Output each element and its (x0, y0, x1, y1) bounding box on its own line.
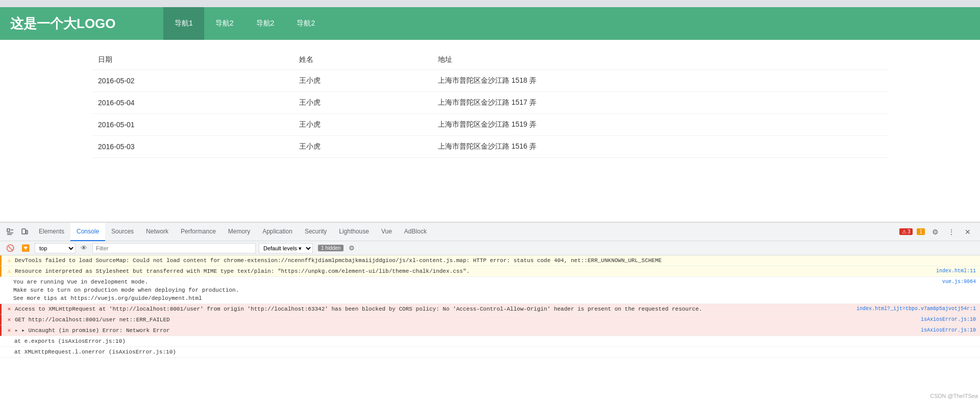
info-icon (4, 278, 11, 286)
console-message: ⚠Resource interpreted as Stylesheet but … (0, 266, 980, 277)
message-text: DevTools failed to load SourceMap: Could… (15, 256, 976, 265)
cell-name: 王小虎 (293, 92, 432, 114)
nav-item-3[interactable]: 导航2 (245, 7, 286, 40)
console-message: You are running Vue in development mode.… (0, 277, 980, 304)
message-text: Resource interpreted as Stylesheet but t… (15, 267, 932, 275)
table-row: 2016-05-03王小虎上海市普陀区金沙江路 1516 弄 (92, 136, 888, 158)
svg-rect-4 (22, 229, 26, 234)
nav-item-2[interactable]: 导航2 (204, 7, 245, 40)
col-address: 地址 (432, 50, 888, 70)
table-area: 日期 姓名 地址 2016-05-02王小虎上海市普陀区金沙江路 1518 弄2… (0, 40, 980, 168)
nav-item-1[interactable]: 导航1 (163, 7, 204, 40)
webpage: 这是一个大LOGO 导航1 导航2 导航2 导航2 日期 姓名 地址 2016-… (0, 7, 980, 222)
col-name: 姓名 (293, 50, 432, 70)
console-message: ✕GET http://localhost:8001/user net::ERR… (0, 315, 980, 325)
nav-bar: 这是一个大LOGO 导航1 导航2 导航2 导航2 (0, 7, 980, 40)
devtools-tab-elements[interactable]: Elements (33, 223, 70, 241)
context-selector[interactable]: top (35, 243, 76, 253)
log-levels-selector[interactable]: Default levels ▾ (259, 243, 313, 253)
message-file[interactable]: isAxiosError.js:10 (917, 326, 976, 335)
hidden-badge: 1 hidden (318, 245, 344, 251)
cell-date: 2016-05-02 (92, 70, 293, 92)
table-row: 2016-05-01王小虎上海市普陀区金沙江路 1519 弄 (92, 114, 888, 136)
device-toolbar-icon[interactable] (18, 226, 31, 238)
svg-rect-5 (26, 230, 28, 234)
message-text: ▸ Uncaught (in promise) Error: Network E… (15, 326, 917, 335)
devtools-tab-console[interactable]: Console (70, 223, 105, 241)
nav-logo: 这是一个大LOGO (10, 15, 143, 33)
console-toolbar: 🚫 🔽 top 👁 Default levels ▾ 1 hidden ⚙ (0, 241, 980, 255)
message-text: You are running Vue in development mode.… (13, 278, 938, 302)
inspect-element-icon[interactable] (4, 226, 16, 238)
cell-name: 王小虎 (293, 70, 432, 92)
eye-icon[interactable]: 👁 (79, 243, 89, 253)
cell-name: 王小虎 (293, 136, 432, 158)
table-header-row: 日期 姓名 地址 (92, 50, 888, 70)
table-row: 2016-05-04王小虎上海市普陀区金沙江路 1517 弄 (92, 92, 888, 114)
data-table: 日期 姓名 地址 2016-05-02王小虎上海市普陀区金沙江路 1518 弄2… (92, 50, 888, 158)
cell-date: 2016-05-01 (92, 114, 293, 136)
devtools-tab-performance[interactable]: Performance (175, 223, 222, 241)
settings-icon[interactable]: ⚙ (929, 226, 941, 238)
devtools-tab-lighthouse[interactable]: Lighthouse (333, 223, 375, 241)
cell-address: 上海市普陀区金沙江路 1519 弄 (432, 114, 888, 136)
more-options-icon[interactable]: ⋮ (945, 226, 958, 238)
message-file[interactable]: isAxiosError.js:10 (917, 316, 976, 324)
clear-console-icon[interactable]: 🚫 (4, 243, 16, 253)
message-text: GET http://localhost:8001/user net::ERR_… (15, 316, 917, 324)
warn-count-badge: 1 (917, 228, 925, 235)
console-message-sub: at XMLHttpRequest.l.onerror (isAxiosErro… (0, 347, 980, 358)
message-file[interactable]: vue.js:9064 (938, 278, 976, 286)
devtools-right-area: ⚠ 3 1 ⚙ ⋮ ✕ (899, 226, 978, 238)
message-file[interactable]: index.html?_ijt=tbpo.v7am8p5ajvotj54r:1 (852, 305, 976, 313)
nav-items: 导航1 导航2 导航2 导航2 (163, 7, 326, 40)
close-devtools-icon[interactable]: ✕ (962, 226, 974, 238)
devtools-tab-network[interactable]: Network (140, 223, 175, 241)
devtools-tab-vue[interactable]: Vue (375, 223, 398, 241)
devtools-tab-adblock[interactable]: AdBlock (398, 223, 433, 241)
devtools-panel: ElementsConsoleSourcesNetworkPerformance… (0, 222, 980, 400)
devtools-tab-memory[interactable]: Memory (222, 223, 256, 241)
devtools-tab-security[interactable]: Security (299, 223, 333, 241)
cell-name: 王小虎 (293, 114, 432, 136)
svg-rect-0 (7, 229, 10, 231)
warn-icon: ⚠ (6, 257, 13, 264)
console-messages: ⚠DevTools failed to load SourceMap: Coul… (0, 255, 980, 400)
filter-input[interactable] (92, 243, 256, 253)
browser-top-bar (0, 0, 980, 7)
settings-icon-small[interactable]: ⚙ (347, 243, 357, 253)
console-message: ✕▸ Uncaught (in promise) Error: Network … (0, 325, 980, 336)
error-icon: ✕ (6, 327, 13, 334)
cell-address: 上海市普陀区金沙江路 1516 弄 (432, 136, 888, 158)
console-message: ✕Access to XMLHttpRequest at 'http://loc… (0, 304, 980, 315)
cell-address: 上海市普陀区金沙江路 1517 弄 (432, 92, 888, 114)
filter-toggle-icon[interactable]: 🔽 (19, 243, 32, 253)
devtools-tab-list: ElementsConsoleSourcesNetworkPerformance… (33, 223, 433, 241)
devtools-left-icons (2, 226, 33, 238)
cell-date: 2016-05-03 (92, 136, 293, 158)
error-icon: ✕ (6, 316, 13, 323)
error-count-badge: ⚠ 3 (899, 228, 913, 235)
console-message: ⚠DevTools failed to load SourceMap: Coul… (0, 255, 980, 266)
nav-item-4[interactable]: 导航2 (285, 7, 326, 40)
watermark: CSDN @TheITSea (930, 393, 978, 399)
warn-icon: ⚠ (6, 268, 13, 275)
message-text: Access to XMLHttpRequest at 'http://loca… (15, 305, 852, 313)
sub-message-text: at XMLHttpRequest.l.onerror (isAxiosErro… (4, 348, 976, 356)
cell-address: 上海市普陀区金沙江路 1518 弄 (432, 70, 888, 92)
console-message-sub: at e.exports (isAxiosError.js:10) (0, 336, 980, 347)
message-file[interactable]: index.html:11 (932, 267, 976, 275)
devtools-tabs: ElementsConsoleSourcesNetworkPerformance… (0, 223, 980, 241)
col-date: 日期 (92, 50, 293, 70)
error-icon: ✕ (6, 305, 13, 313)
devtools-tab-sources[interactable]: Sources (105, 223, 140, 241)
sub-message-text: at e.exports (isAxiosError.js:10) (4, 337, 976, 345)
table-row: 2016-05-02王小虎上海市普陀区金沙江路 1518 弄 (92, 70, 888, 92)
cell-date: 2016-05-04 (92, 92, 293, 114)
devtools-tab-application[interactable]: Application (256, 223, 299, 241)
